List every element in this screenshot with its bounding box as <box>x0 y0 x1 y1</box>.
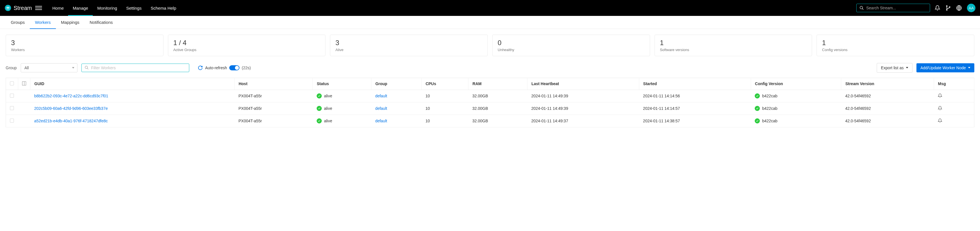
stat-value: 1 / 4 <box>173 39 320 47</box>
filter-input[interactable] <box>91 65 186 70</box>
cell-cpus: 10 <box>422 102 468 115</box>
stat-label: Unhealthy <box>498 48 644 52</box>
tab-mappings[interactable]: Mappings <box>56 16 84 29</box>
svg-line-2 <box>862 8 863 10</box>
status-badge: alive <box>317 118 332 123</box>
cell-started: 2024-01-11 14:14:57 <box>639 102 751 115</box>
column-header-guid[interactable]: GUID <box>30 78 235 90</box>
row-checkbox[interactable] <box>10 106 14 110</box>
global-search[interactable] <box>856 4 930 12</box>
cell-msg[interactable] <box>934 102 974 115</box>
add-worker-button[interactable]: Add/Update Worker Node <box>916 63 974 72</box>
git-branch-icon[interactable] <box>945 5 951 11</box>
check-circle-icon <box>755 106 760 111</box>
guid-link[interactable]: 202c5b09-60a6-42fd-9d96-603ee33fb37e <box>34 106 108 111</box>
chevron-down-icon <box>968 67 970 69</box>
cell-started: 2024-01-11 14:38:57 <box>639 115 751 127</box>
auto-refresh-toggle[interactable] <box>229 65 239 70</box>
guid-link[interactable]: a52ed21b-e4db-40a1-976f-4718247dfe8c <box>34 119 108 123</box>
toolbar: Group All Auto-refresh (22s) Export list… <box>6 63 974 73</box>
cell-cpus: 10 <box>422 115 468 127</box>
row-checkbox[interactable] <box>10 119 14 123</box>
config-version: b422cab <box>755 93 777 99</box>
auto-refresh-countdown: (22s) <box>242 65 251 70</box>
filter-workers[interactable] <box>81 64 189 72</box>
status-badge: alive <box>317 93 332 99</box>
column-header-group[interactable]: Group <box>371 78 422 90</box>
table-row: a52ed21b-e4db-40a1-976f-4718247dfe8cPX00… <box>6 115 974 127</box>
table-row: b8b622b2-093c-4e72-a22c-dd6cd93c7f01PX00… <box>6 90 974 102</box>
chevron-down-icon <box>906 67 908 69</box>
cell-cpus: 10 <box>422 90 468 102</box>
column-header-msg[interactable]: Msg <box>934 78 974 90</box>
row-checkbox[interactable] <box>10 94 14 98</box>
topnav-item-home[interactable]: Home <box>48 0 68 16</box>
stat-label: Software versions <box>660 48 807 52</box>
stat-card-active-groups: 1 / 4Active Groups <box>168 35 326 56</box>
check-circle-icon <box>317 118 322 123</box>
stat-card-alive: 3Alive <box>330 35 488 56</box>
group-link[interactable]: default <box>375 94 387 98</box>
column-header-status[interactable]: Status <box>313 78 371 90</box>
cell-heartbeat: 2024-01-11 14:49:39 <box>527 90 639 102</box>
topnav-item-manage[interactable]: Manage <box>68 0 92 16</box>
cell-host: PX004T-a55r <box>234 102 313 115</box>
select-all-checkbox[interactable] <box>10 81 14 85</box>
cell-msg[interactable] <box>934 90 974 102</box>
cell-stream-version: 42.0-54f46592 <box>841 90 934 102</box>
stat-label: Active Groups <box>173 48 320 52</box>
cell-ram: 32.00GB <box>468 115 527 127</box>
group-link[interactable]: default <box>375 119 387 123</box>
guid-link[interactable]: b8b622b2-093c-4e72-a22c-dd6cd93c7f01 <box>34 94 108 98</box>
globe-icon[interactable] <box>956 5 962 11</box>
group-filter-label: Group <box>6 65 17 70</box>
group-link[interactable]: default <box>375 106 387 111</box>
check-circle-icon <box>317 93 322 99</box>
svg-point-8 <box>85 66 88 69</box>
cell-started: 2024-01-11 14:14:56 <box>639 90 751 102</box>
cell-ram: 32.00GB <box>468 90 527 102</box>
cell-heartbeat: 2024-01-11 14:49:39 <box>527 102 639 115</box>
cell-host: PX004T-a55r <box>234 90 313 102</box>
search-input[interactable] <box>866 6 927 10</box>
brand[interactable]: Stream <box>5 5 35 11</box>
stat-value: 0 <box>498 39 644 47</box>
auto-refresh-label: Auto-refresh <box>205 65 227 70</box>
column-header-host[interactable]: Host <box>234 78 313 90</box>
topnav-item-monitoring[interactable]: Monitoring <box>93 0 122 16</box>
config-version: b422cab <box>755 118 777 123</box>
stat-value: 1 <box>660 39 807 47</box>
column-header-stream-version[interactable]: Stream Version <box>841 78 934 90</box>
stat-card-config-versions: 1Config versions <box>816 35 974 56</box>
check-circle-icon <box>317 106 322 111</box>
topnav-item-settings[interactable]: Settings <box>122 0 146 16</box>
workers-table: GUIDHostStatusGroupCPUsRAMLast Heartbeat… <box>6 78 974 127</box>
bell-icon[interactable] <box>935 5 940 11</box>
export-button[interactable]: Export list as <box>877 63 912 73</box>
avatar[interactable]: AA <box>967 4 975 12</box>
tab-workers[interactable]: Workers <box>30 16 56 29</box>
stat-card-software-versions: 1Software versions <box>655 35 812 56</box>
hamburger-icon[interactable] <box>35 5 42 11</box>
refresh-icon[interactable] <box>198 65 203 70</box>
check-circle-icon <box>755 93 760 99</box>
status-badge: alive <box>317 106 332 111</box>
column-header-cpus[interactable]: CPUs <box>422 78 468 90</box>
columns-icon[interactable] <box>22 81 26 85</box>
column-header-config-version[interactable]: Config Version <box>751 78 841 90</box>
tab-notifications[interactable]: Notifications <box>84 16 118 29</box>
tab-groups[interactable]: Groups <box>6 16 30 29</box>
column-header-ram[interactable]: RAM <box>468 78 527 90</box>
column-header-last-heartbeat[interactable]: Last Heartbeat <box>527 78 639 90</box>
cell-heartbeat: 2024-01-11 14:49:37 <box>527 115 639 127</box>
group-select[interactable]: All <box>21 63 78 72</box>
stat-label: Alive <box>336 48 482 52</box>
topnav-item-schema-help[interactable]: Schema Help <box>146 0 181 16</box>
cell-msg[interactable] <box>934 115 974 127</box>
stat-label: Workers <box>11 48 158 52</box>
column-header-started[interactable]: Started <box>639 78 751 90</box>
check-circle-icon <box>755 118 760 123</box>
stat-label: Config versions <box>822 48 969 52</box>
top-icons: AA <box>935 4 975 12</box>
search-icon <box>84 65 89 70</box>
